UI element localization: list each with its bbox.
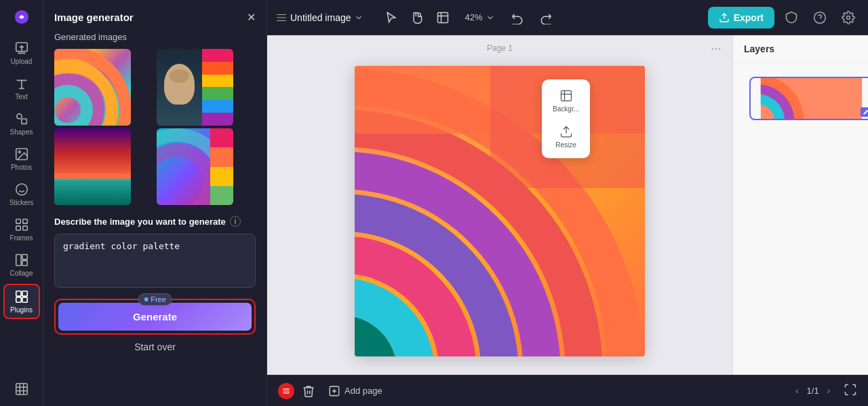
- undo-button[interactable]: [506, 6, 529, 29]
- layer-edit-icon: [861, 107, 868, 117]
- logo[interactable]: [3, 5, 40, 29]
- help-icon-button[interactable]: [808, 6, 831, 29]
- generate-section: Free Generate Start over: [43, 291, 267, 365]
- sidebar-frames-label: Frames: [10, 234, 33, 242]
- svg-rect-3: [22, 119, 26, 124]
- sidebar-item-collage[interactable]: Collage: [3, 248, 40, 281]
- describe-section: Describe the image you want to generate …: [43, 216, 267, 291]
- svg-point-28: [814, 12, 826, 23]
- generated-images-label: Generated images: [43, 32, 267, 49]
- generated-image-2[interactable]: [157, 49, 233, 126]
- generated-image-4[interactable]: [157, 128, 233, 205]
- free-badge: Free: [138, 293, 172, 306]
- export-label: Export: [734, 12, 764, 23]
- panel-header: Image generator ✕: [43, 0, 267, 32]
- sidebar: Upload Text Shapes Photos Stickers: [0, 0, 43, 406]
- select-tool-button[interactable]: [380, 6, 403, 29]
- hand-tool-button[interactable]: [406, 6, 429, 29]
- page-indicator: 1/1: [807, 386, 819, 396]
- background-tool[interactable]: Backgr...: [546, 84, 586, 118]
- svg-rect-16: [16, 297, 20, 302]
- svg-rect-41: [561, 91, 571, 101]
- sidebar-item-photos[interactable]: Photos: [3, 143, 40, 175]
- generate-btn-wrapper: Free Generate: [54, 299, 256, 335]
- layer-item[interactable]: [733, 63, 868, 134]
- document-title: Untitled image: [290, 12, 351, 23]
- svg-rect-9: [16, 226, 20, 230]
- add-page-button[interactable]: Add page: [323, 382, 388, 400]
- describe-textarea[interactable]: gradient color palette: [54, 234, 256, 288]
- resize-tool[interactable]: Resize: [546, 119, 586, 154]
- layers-header: Layers: [733, 35, 868, 63]
- add-page-label: Add page: [344, 386, 382, 396]
- sidebar-item-frames[interactable]: Frames: [3, 213, 40, 246]
- frame-tool-button[interactable]: [431, 6, 454, 29]
- zoom-value: 42%: [465, 12, 483, 22]
- page-indicator-red[interactable]: [278, 383, 294, 399]
- canvas-area: Page 1 ⋯: [267, 35, 732, 375]
- sidebar-photos-label: Photos: [11, 164, 32, 171]
- sidebar-item-upload[interactable]: Upload: [3, 37, 40, 69]
- delete-button[interactable]: [300, 382, 317, 400]
- images-grid: [43, 49, 267, 216]
- sidebar-item-grid[interactable]: [3, 377, 40, 401]
- svg-rect-17: [22, 297, 26, 302]
- page-navigation: ‹ 1/1 ›: [795, 386, 830, 396]
- editor-tools: [380, 6, 454, 29]
- svg-rect-10: [22, 226, 26, 230]
- sidebar-item-stickers[interactable]: Stickers: [3, 178, 40, 210]
- svg-rect-18: [16, 384, 27, 395]
- canvas-svg: [355, 66, 645, 356]
- sidebar-upload-label: Upload: [11, 58, 33, 65]
- sidebar-item-plugins[interactable]: Plugins: [3, 284, 40, 319]
- sidebar-shapes-label: Shapes: [10, 128, 33, 136]
- settings-icon-button[interactable]: [837, 6, 860, 29]
- sidebar-stickers-label: Stickers: [9, 199, 34, 206]
- export-button[interactable]: Export: [708, 7, 774, 29]
- svg-point-6: [16, 184, 27, 196]
- sidebar-collage-label: Collage: [10, 270, 33, 277]
- title-area[interactable]: Untitled image: [275, 12, 363, 24]
- start-over-button[interactable]: Start over: [54, 335, 256, 359]
- info-icon[interactable]: i: [230, 216, 241, 227]
- zoom-control[interactable]: 42%: [460, 10, 500, 25]
- svg-rect-15: [22, 291, 26, 296]
- canvas-frame[interactable]: [355, 66, 645, 356]
- fit-page-button[interactable]: [844, 383, 857, 399]
- bottom-bar: Add page ‹ 1/1 ›: [267, 375, 868, 406]
- generated-image-1[interactable]: [54, 49, 131, 126]
- resize-tool-label: Resize: [555, 141, 576, 149]
- page-label: Page 1: [487, 43, 513, 53]
- svg-point-38: [355, 334, 378, 356]
- sidebar-plugins-label: Plugins: [10, 306, 33, 314]
- svg-point-26: [157, 150, 210, 205]
- page-more-options[interactable]: ⋯: [711, 42, 722, 55]
- floating-tools-panel: Backgr... Resize: [542, 79, 590, 158]
- redo-button[interactable]: [534, 6, 557, 29]
- background-tool-label: Backgr...: [553, 105, 579, 113]
- describe-label: Describe the image you want to generate …: [54, 216, 256, 227]
- svg-rect-27: [437, 12, 448, 22]
- prev-page-button[interactable]: ‹: [795, 386, 798, 396]
- next-page-button[interactable]: ›: [827, 386, 830, 396]
- svg-point-5: [18, 151, 20, 153]
- svg-point-29: [847, 16, 850, 19]
- svg-rect-11: [16, 255, 20, 266]
- svg-rect-7: [16, 219, 20, 223]
- generate-button[interactable]: Generate: [58, 303, 252, 331]
- svg-rect-13: [22, 261, 26, 265]
- svg-rect-12: [22, 255, 26, 259]
- svg-rect-8: [22, 219, 26, 223]
- svg-rect-24: [54, 49, 131, 126]
- sidebar-item-text[interactable]: Text: [3, 72, 40, 105]
- free-badge-dot: [144, 297, 148, 301]
- sidebar-text-label: Text: [15, 93, 27, 100]
- layers-panel: Layers: [732, 35, 868, 375]
- topbar: Untitled image: [267, 0, 868, 35]
- generated-image-3[interactable]: [54, 128, 131, 205]
- shield-icon-button[interactable]: [780, 6, 803, 29]
- panel-close-button[interactable]: ✕: [247, 11, 256, 24]
- page-actions: ⋯: [711, 42, 722, 55]
- plugin-panel: Image generator ✕ Generated images: [43, 0, 267, 406]
- sidebar-item-shapes[interactable]: Shapes: [3, 107, 40, 140]
